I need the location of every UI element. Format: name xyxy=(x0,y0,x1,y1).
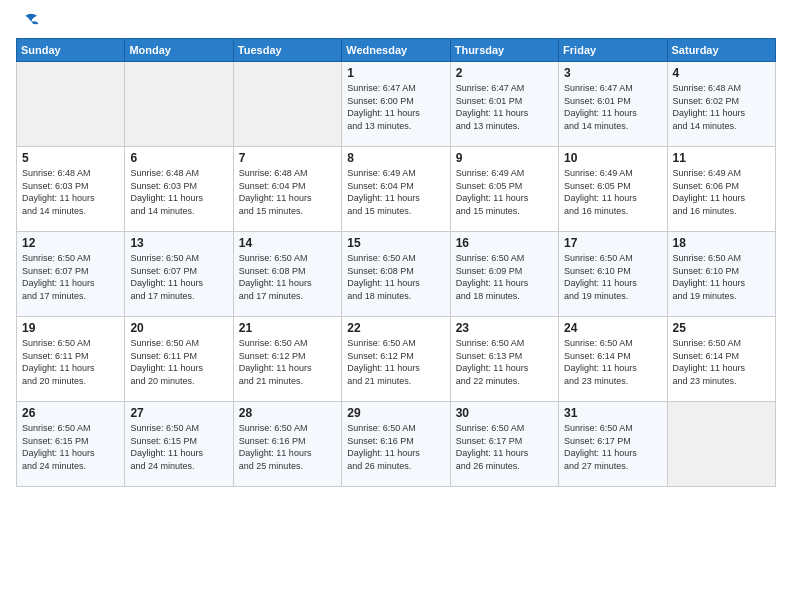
calendar-cell: 13Sunrise: 6:50 AM Sunset: 6:07 PM Dayli… xyxy=(125,232,233,317)
day-number: 1 xyxy=(347,66,444,80)
day-info: Sunrise: 6:50 AM Sunset: 6:08 PM Dayligh… xyxy=(239,252,336,302)
calendar-cell xyxy=(17,62,125,147)
day-info: Sunrise: 6:47 AM Sunset: 6:00 PM Dayligh… xyxy=(347,82,444,132)
day-number: 20 xyxy=(130,321,227,335)
calendar-cell: 25Sunrise: 6:50 AM Sunset: 6:14 PM Dayli… xyxy=(667,317,775,402)
weekday-header-thursday: Thursday xyxy=(450,39,558,62)
day-number: 2 xyxy=(456,66,553,80)
calendar-cell: 3Sunrise: 6:47 AM Sunset: 6:01 PM Daylig… xyxy=(559,62,667,147)
day-number: 4 xyxy=(673,66,770,80)
header xyxy=(16,12,776,32)
day-info: Sunrise: 6:50 AM Sunset: 6:13 PM Dayligh… xyxy=(456,337,553,387)
calendar-cell: 27Sunrise: 6:50 AM Sunset: 6:15 PM Dayli… xyxy=(125,402,233,487)
weekday-header-sunday: Sunday xyxy=(17,39,125,62)
calendar-cell xyxy=(667,402,775,487)
day-number: 6 xyxy=(130,151,227,165)
day-info: Sunrise: 6:50 AM Sunset: 6:16 PM Dayligh… xyxy=(347,422,444,472)
calendar-cell: 16Sunrise: 6:50 AM Sunset: 6:09 PM Dayli… xyxy=(450,232,558,317)
day-number: 12 xyxy=(22,236,119,250)
day-number: 30 xyxy=(456,406,553,420)
day-number: 10 xyxy=(564,151,661,165)
day-number: 23 xyxy=(456,321,553,335)
day-info: Sunrise: 6:49 AM Sunset: 6:05 PM Dayligh… xyxy=(564,167,661,217)
calendar-cell: 23Sunrise: 6:50 AM Sunset: 6:13 PM Dayli… xyxy=(450,317,558,402)
calendar-table: SundayMondayTuesdayWednesdayThursdayFrid… xyxy=(16,38,776,487)
day-info: Sunrise: 6:50 AM Sunset: 6:15 PM Dayligh… xyxy=(130,422,227,472)
day-info: Sunrise: 6:47 AM Sunset: 6:01 PM Dayligh… xyxy=(456,82,553,132)
day-info: Sunrise: 6:50 AM Sunset: 6:17 PM Dayligh… xyxy=(456,422,553,472)
calendar-cell: 1Sunrise: 6:47 AM Sunset: 6:00 PM Daylig… xyxy=(342,62,450,147)
day-number: 28 xyxy=(239,406,336,420)
calendar-cell: 6Sunrise: 6:48 AM Sunset: 6:03 PM Daylig… xyxy=(125,147,233,232)
day-info: Sunrise: 6:50 AM Sunset: 6:10 PM Dayligh… xyxy=(564,252,661,302)
calendar-cell xyxy=(233,62,341,147)
weekday-header-tuesday: Tuesday xyxy=(233,39,341,62)
day-info: Sunrise: 6:50 AM Sunset: 6:17 PM Dayligh… xyxy=(564,422,661,472)
calendar-cell: 22Sunrise: 6:50 AM Sunset: 6:12 PM Dayli… xyxy=(342,317,450,402)
calendar-cell: 24Sunrise: 6:50 AM Sunset: 6:14 PM Dayli… xyxy=(559,317,667,402)
day-info: Sunrise: 6:50 AM Sunset: 6:10 PM Dayligh… xyxy=(673,252,770,302)
calendar-cell: 28Sunrise: 6:50 AM Sunset: 6:16 PM Dayli… xyxy=(233,402,341,487)
day-number: 5 xyxy=(22,151,119,165)
day-number: 9 xyxy=(456,151,553,165)
logo-bird-icon xyxy=(18,10,40,32)
week-row-4: 26Sunrise: 6:50 AM Sunset: 6:15 PM Dayli… xyxy=(17,402,776,487)
day-number: 13 xyxy=(130,236,227,250)
calendar-cell: 2Sunrise: 6:47 AM Sunset: 6:01 PM Daylig… xyxy=(450,62,558,147)
day-info: Sunrise: 6:48 AM Sunset: 6:03 PM Dayligh… xyxy=(130,167,227,217)
day-info: Sunrise: 6:50 AM Sunset: 6:14 PM Dayligh… xyxy=(673,337,770,387)
week-row-2: 12Sunrise: 6:50 AM Sunset: 6:07 PM Dayli… xyxy=(17,232,776,317)
day-info: Sunrise: 6:48 AM Sunset: 6:04 PM Dayligh… xyxy=(239,167,336,217)
calendar-cell: 7Sunrise: 6:48 AM Sunset: 6:04 PM Daylig… xyxy=(233,147,341,232)
calendar-cell: 17Sunrise: 6:50 AM Sunset: 6:10 PM Dayli… xyxy=(559,232,667,317)
day-number: 14 xyxy=(239,236,336,250)
day-number: 21 xyxy=(239,321,336,335)
calendar-cell: 8Sunrise: 6:49 AM Sunset: 6:04 PM Daylig… xyxy=(342,147,450,232)
calendar-cell: 10Sunrise: 6:49 AM Sunset: 6:05 PM Dayli… xyxy=(559,147,667,232)
calendar-cell xyxy=(125,62,233,147)
day-info: Sunrise: 6:50 AM Sunset: 6:14 PM Dayligh… xyxy=(564,337,661,387)
calendar-cell: 26Sunrise: 6:50 AM Sunset: 6:15 PM Dayli… xyxy=(17,402,125,487)
day-number: 25 xyxy=(673,321,770,335)
day-info: Sunrise: 6:50 AM Sunset: 6:11 PM Dayligh… xyxy=(130,337,227,387)
day-info: Sunrise: 6:50 AM Sunset: 6:07 PM Dayligh… xyxy=(130,252,227,302)
day-number: 19 xyxy=(22,321,119,335)
day-number: 7 xyxy=(239,151,336,165)
day-number: 26 xyxy=(22,406,119,420)
calendar-cell: 31Sunrise: 6:50 AM Sunset: 6:17 PM Dayli… xyxy=(559,402,667,487)
weekday-header-wednesday: Wednesday xyxy=(342,39,450,62)
day-info: Sunrise: 6:48 AM Sunset: 6:03 PM Dayligh… xyxy=(22,167,119,217)
day-info: Sunrise: 6:50 AM Sunset: 6:11 PM Dayligh… xyxy=(22,337,119,387)
page: SundayMondayTuesdayWednesdayThursdayFrid… xyxy=(0,0,792,612)
week-row-0: 1Sunrise: 6:47 AM Sunset: 6:00 PM Daylig… xyxy=(17,62,776,147)
day-number: 3 xyxy=(564,66,661,80)
day-info: Sunrise: 6:50 AM Sunset: 6:15 PM Dayligh… xyxy=(22,422,119,472)
weekday-header-friday: Friday xyxy=(559,39,667,62)
calendar-cell: 11Sunrise: 6:49 AM Sunset: 6:06 PM Dayli… xyxy=(667,147,775,232)
calendar-cell: 30Sunrise: 6:50 AM Sunset: 6:17 PM Dayli… xyxy=(450,402,558,487)
calendar-cell: 19Sunrise: 6:50 AM Sunset: 6:11 PM Dayli… xyxy=(17,317,125,402)
calendar-cell: 12Sunrise: 6:50 AM Sunset: 6:07 PM Dayli… xyxy=(17,232,125,317)
day-number: 15 xyxy=(347,236,444,250)
week-row-3: 19Sunrise: 6:50 AM Sunset: 6:11 PM Dayli… xyxy=(17,317,776,402)
calendar-cell: 9Sunrise: 6:49 AM Sunset: 6:05 PM Daylig… xyxy=(450,147,558,232)
day-info: Sunrise: 6:50 AM Sunset: 6:12 PM Dayligh… xyxy=(239,337,336,387)
day-number: 18 xyxy=(673,236,770,250)
day-info: Sunrise: 6:50 AM Sunset: 6:16 PM Dayligh… xyxy=(239,422,336,472)
day-info: Sunrise: 6:50 AM Sunset: 6:09 PM Dayligh… xyxy=(456,252,553,302)
calendar-cell: 18Sunrise: 6:50 AM Sunset: 6:10 PM Dayli… xyxy=(667,232,775,317)
weekday-header-monday: Monday xyxy=(125,39,233,62)
day-number: 17 xyxy=(564,236,661,250)
weekday-header-row: SundayMondayTuesdayWednesdayThursdayFrid… xyxy=(17,39,776,62)
calendar-cell: 4Sunrise: 6:48 AM Sunset: 6:02 PM Daylig… xyxy=(667,62,775,147)
day-info: Sunrise: 6:50 AM Sunset: 6:12 PM Dayligh… xyxy=(347,337,444,387)
calendar-cell: 15Sunrise: 6:50 AM Sunset: 6:08 PM Dayli… xyxy=(342,232,450,317)
day-info: Sunrise: 6:50 AM Sunset: 6:08 PM Dayligh… xyxy=(347,252,444,302)
day-info: Sunrise: 6:49 AM Sunset: 6:04 PM Dayligh… xyxy=(347,167,444,217)
day-info: Sunrise: 6:50 AM Sunset: 6:07 PM Dayligh… xyxy=(22,252,119,302)
day-number: 22 xyxy=(347,321,444,335)
calendar-cell: 21Sunrise: 6:50 AM Sunset: 6:12 PM Dayli… xyxy=(233,317,341,402)
logo xyxy=(16,12,40,32)
calendar-cell: 20Sunrise: 6:50 AM Sunset: 6:11 PM Dayli… xyxy=(125,317,233,402)
day-info: Sunrise: 6:48 AM Sunset: 6:02 PM Dayligh… xyxy=(673,82,770,132)
